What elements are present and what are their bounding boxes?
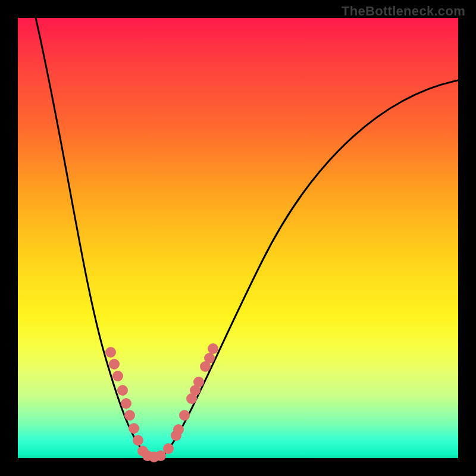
highlight-dot xyxy=(121,398,131,409)
highlight-dot xyxy=(179,410,190,421)
highlight-dot xyxy=(117,385,128,396)
highlight-dot xyxy=(193,377,204,387)
highlight-dot xyxy=(163,443,174,454)
highlight-dots-group xyxy=(105,343,218,462)
highlight-dot xyxy=(173,424,184,435)
plot-area xyxy=(18,18,458,458)
bottleneck-curve xyxy=(36,18,458,459)
highlight-dot xyxy=(204,353,215,364)
highlight-dot xyxy=(112,371,123,381)
chart-svg xyxy=(18,18,458,458)
highlight-dot xyxy=(133,435,143,446)
highlight-dot xyxy=(124,410,135,421)
highlight-dot xyxy=(105,347,116,358)
watermark-text: TheBottleneck.com xyxy=(342,4,465,19)
outer-frame: TheBottleneck.com xyxy=(0,0,476,476)
highlight-dot xyxy=(129,423,139,434)
highlight-dot xyxy=(109,359,120,369)
highlight-dot xyxy=(208,343,218,354)
